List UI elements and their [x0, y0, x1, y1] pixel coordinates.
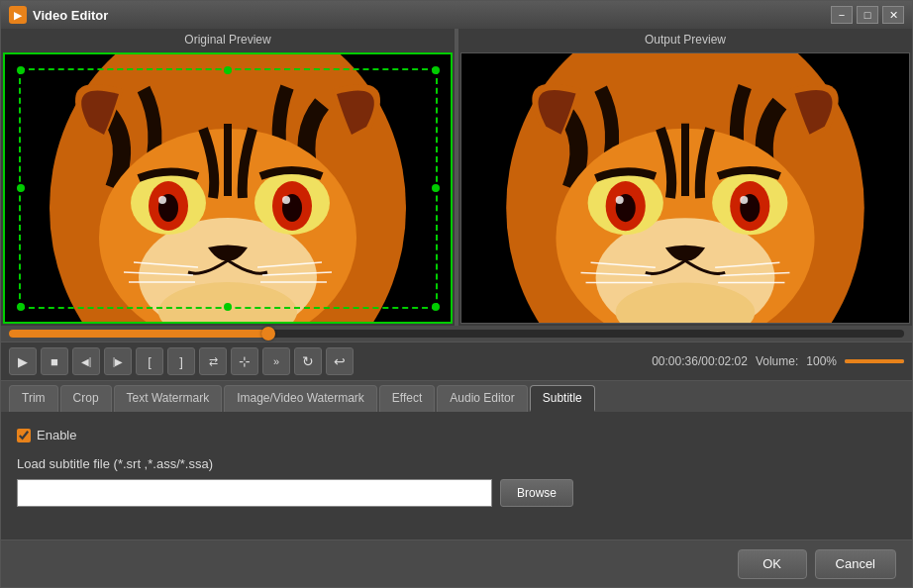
scrubber-track[interactable]	[9, 330, 904, 338]
footer-bar: OK Cancel	[1, 539, 912, 587]
original-preview-video	[3, 52, 453, 324]
title-bar-buttons: − □ ✕	[831, 6, 904, 24]
crop-outline	[19, 68, 438, 309]
output-preview-panel: Output Preview	[458, 29, 912, 326]
minimize-button[interactable]: −	[831, 6, 853, 24]
tab-effect[interactable]: Effect	[379, 385, 435, 412]
undo-button[interactable]: ↩	[326, 347, 354, 375]
swap-button[interactable]: ⇄	[199, 347, 227, 375]
tab-image-watermark[interactable]: Image/Video Watermark	[224, 385, 377, 412]
crop-handle-bl[interactable]	[17, 303, 25, 311]
tab-trim[interactable]: Trim	[9, 385, 58, 412]
close-button[interactable]: ✕	[882, 6, 904, 24]
preview-area: Original Preview	[1, 29, 912, 326]
enable-checkbox[interactable]	[17, 429, 31, 442]
controls-bar: ▶ ■ ◀| |▶ [ ] ⇄ ⊹ » ↻ ↩ 00:00:36/00:02:0…	[1, 342, 912, 381]
maximize-button[interactable]: □	[857, 6, 878, 24]
tab-crop[interactable]: Crop	[60, 385, 112, 412]
app-icon: ▶	[9, 6, 27, 24]
crop-handle-tm[interactable]	[224, 66, 232, 74]
svg-point-29	[616, 196, 624, 204]
title-bar: ▶ Video Editor − □ ✕	[1, 1, 912, 29]
scrubber-thumb[interactable]	[261, 327, 275, 341]
output-preview-label: Output Preview	[458, 29, 912, 50]
time-display: 00:00:36/00:02:02	[652, 354, 748, 368]
svg-point-30	[740, 196, 748, 204]
next-frame-button[interactable]: |▶	[104, 347, 132, 375]
enable-row: Enable	[17, 428, 896, 442]
rotate-button[interactable]: ↻	[294, 347, 322, 375]
crop-handle-br[interactable]	[432, 303, 440, 311]
prev-frame-button[interactable]: ◀|	[72, 347, 100, 375]
subtitle-file-label: Load subtitle file (*.srt ,*.ass/*.ssa)	[17, 456, 896, 471]
ok-button[interactable]: OK	[738, 549, 807, 579]
file-input-row: Browse	[17, 479, 896, 507]
tabs-bar: Trim Crop Text Watermark Image/Video Wat…	[1, 381, 912, 412]
crop-handle-tl[interactable]	[17, 66, 25, 74]
mark-in-button[interactable]: [	[136, 347, 163, 375]
crop-handle-tr[interactable]	[432, 66, 440, 74]
output-preview-video	[460, 52, 910, 324]
file-path-input[interactable]	[17, 479, 492, 507]
volume-slider[interactable]	[845, 359, 904, 363]
window-title: Video Editor	[33, 8, 831, 23]
crop-handle-ml[interactable]	[17, 184, 25, 192]
tab-audio-editor[interactable]: Audio Editor	[437, 385, 527, 412]
video-editor-window: ▶ Video Editor − □ ✕ Original Preview	[0, 0, 913, 588]
original-preview-label: Original Preview	[1, 29, 455, 50]
original-preview-panel: Original Preview	[1, 29, 455, 326]
cancel-button[interactable]: Cancel	[815, 549, 896, 579]
scrubber-fill	[9, 330, 268, 338]
time-volume-display: 00:00:36/00:02:02 Volume: 100%	[652, 354, 904, 368]
tab-content-subtitle: Enable Load subtitle file (*.srt ,*.ass/…	[1, 412, 912, 539]
enable-label: Enable	[37, 428, 76, 442]
scrubber-area[interactable]	[1, 326, 912, 342]
tab-text-watermark[interactable]: Text Watermark	[114, 385, 223, 412]
volume-fill	[845, 359, 904, 363]
mark-out-button[interactable]: ]	[167, 347, 195, 375]
browse-button[interactable]: Browse	[500, 479, 573, 507]
volume-label: Volume:	[756, 354, 798, 368]
crop-handle-mr[interactable]	[432, 184, 440, 192]
play-button[interactable]: ▶	[9, 347, 37, 375]
stop-button[interactable]: ■	[41, 347, 68, 375]
volume-value: 100%	[806, 354, 837, 368]
speed-button[interactable]: »	[262, 347, 290, 375]
tab-subtitle[interactable]: Subtitle	[530, 385, 595, 412]
crop-handle-bm[interactable]	[224, 303, 232, 311]
split-button[interactable]: ⊹	[231, 347, 258, 375]
